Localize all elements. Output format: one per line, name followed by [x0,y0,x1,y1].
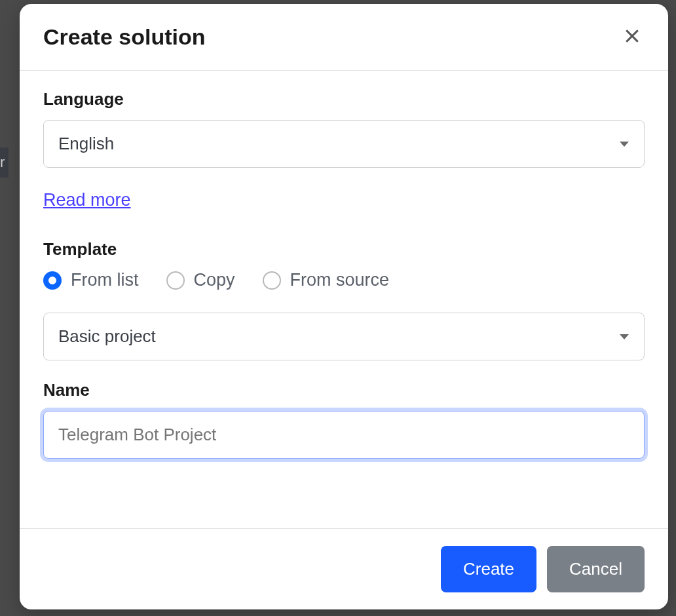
name-input[interactable] [43,411,645,459]
language-label: Language [43,89,645,109]
read-more-link[interactable]: Read more [43,190,131,210]
language-select-wrap: English [43,120,645,168]
modal-body: Language English Read more Template From… [20,71,668,528]
radio-icon [166,271,185,290]
cancel-button[interactable]: Cancel [547,546,645,592]
template-selected-value: Basic project [58,326,156,347]
modal-title: Create solution [43,24,205,50]
template-radio-group: From list Copy From source [43,270,645,290]
name-label: Name [43,380,645,400]
language-select[interactable]: English [43,120,645,168]
radio-label: From source [290,270,390,290]
modal-footer: Create Cancel [20,528,668,609]
close-icon [622,26,642,46]
template-select[interactable]: Basic project [43,313,645,360]
radio-icon-selected [43,271,62,290]
radio-label: From list [71,270,139,290]
template-section: Template From list Copy From source Basi… [43,239,645,360]
template-radio-from-list[interactable]: From list [43,270,139,290]
caret-down-icon [620,142,629,147]
backdrop-text-fragment: r [0,147,9,178]
template-label: Template [43,239,645,260]
template-select-wrap: Basic project [43,313,645,360]
radio-label: Copy [194,270,235,290]
template-radio-from-source[interactable]: From source [263,270,390,290]
name-section: Name [43,380,645,459]
language-selected-value: English [58,134,114,154]
create-solution-modal: Create solution Language English Read mo… [20,4,668,609]
modal-header: Create solution [20,4,668,71]
radio-icon [263,271,281,290]
caret-down-icon [620,334,629,339]
close-button[interactable] [620,24,645,50]
create-button[interactable]: Create [441,546,536,592]
template-radio-copy[interactable]: Copy [166,270,235,290]
